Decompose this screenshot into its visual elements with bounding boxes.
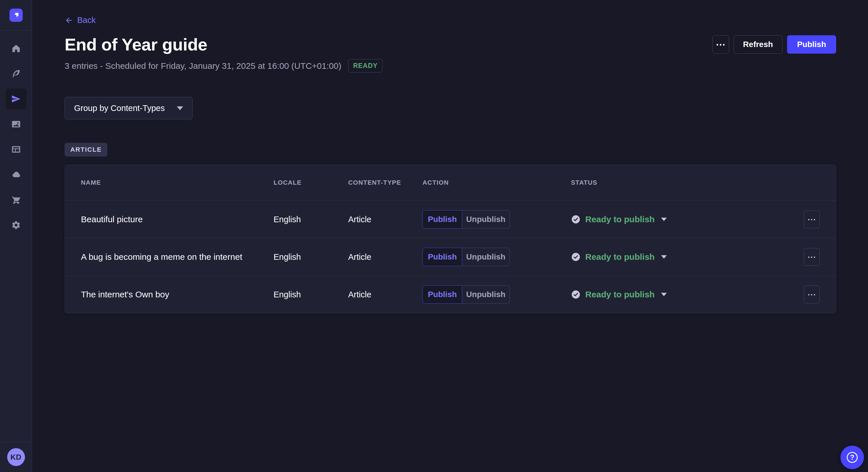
status-dropdown[interactable]: Ready to publish (571, 290, 803, 299)
status-dropdown[interactable]: Ready to publish (571, 252, 803, 262)
page-title: End of Year guide (65, 35, 207, 55)
publish-option-button[interactable]: Publish (423, 248, 462, 266)
entry-name: The internet's Own boy (81, 290, 274, 299)
strapi-logo[interactable] (9, 9, 23, 22)
entry-locale: English (274, 252, 348, 262)
back-label: Back (77, 15, 96, 25)
entry-name: Beautiful picture (81, 214, 274, 224)
chevron-down-icon (661, 293, 667, 296)
sidebar-item-content-manager[interactable] (6, 63, 26, 84)
media-icon (11, 119, 21, 129)
chevron-down-icon (661, 217, 667, 221)
feather-icon (11, 69, 21, 78)
table-row: A bug is becoming a meme on the internet… (65, 238, 836, 276)
more-actions-button[interactable]: ⋯ (712, 35, 729, 54)
sidebar-item-cloud[interactable] (6, 164, 26, 185)
status-label: Ready to publish (585, 214, 655, 224)
unpublish-option-button[interactable]: Unpublish (462, 248, 510, 266)
action-toggle: Publish Unpublish (423, 210, 571, 229)
group-by-dropdown[interactable]: Group by Content-Types (65, 97, 193, 119)
row-more-button[interactable]: ⋯ (804, 210, 820, 228)
status-dropdown[interactable]: Ready to publish (571, 214, 803, 224)
sidebar-nav (0, 38, 32, 235)
status-label: Ready to publish (585, 252, 655, 262)
table-row: Beautiful picture English Article Publis… (65, 200, 836, 238)
subtitle-row: 3 entries - Scheduled for Friday, Januar… (65, 59, 836, 72)
sidebar-item-content-type-builder[interactable] (6, 139, 26, 160)
ready-status-badge: READY (348, 59, 383, 72)
entry-content-type: Article (348, 215, 423, 224)
table-row: The internet's Own boy English Article P… (65, 276, 836, 313)
table-header: NAME LOCALE CONTENT-TYPE ACTION STATUS (65, 165, 836, 200)
question-circle-icon: ? (847, 452, 858, 463)
publish-option-button[interactable]: Publish (423, 210, 462, 229)
layout-icon (11, 144, 21, 154)
sidebar-item-settings[interactable] (6, 215, 26, 235)
unpublish-option-button[interactable]: Unpublish (462, 285, 510, 304)
release-subtitle: 3 entries - Scheduled for Friday, Januar… (65, 61, 341, 71)
header-row: End of Year guide ⋯ Refresh Publish (65, 35, 836, 55)
back-link[interactable]: Back (65, 15, 96, 25)
paper-plane-icon (11, 94, 21, 104)
gear-icon (11, 220, 21, 230)
refresh-button[interactable]: Refresh (734, 35, 782, 54)
sidebar-footer: KD (0, 442, 32, 472)
publish-option-button[interactable]: Publish (423, 285, 462, 304)
unpublish-option-button[interactable]: Unpublish (462, 210, 510, 229)
sidebar: KD (0, 0, 32, 472)
cloud-icon (11, 170, 21, 179)
check-circle-icon (571, 214, 581, 224)
column-header-name: NAME (81, 179, 274, 187)
main-content: Back End of Year guide ⋯ Refresh Publish… (32, 0, 868, 313)
chevron-down-icon (177, 106, 183, 110)
avatar[interactable]: KD (7, 448, 25, 466)
entry-content-type: Article (348, 290, 423, 299)
column-header-locale: LOCALE (274, 179, 348, 187)
entries-table: NAME LOCALE CONTENT-TYPE ACTION STATUS B… (65, 165, 836, 313)
column-header-content-type: CONTENT-TYPE (348, 179, 423, 187)
check-circle-icon (571, 252, 581, 262)
home-icon (11, 43, 21, 53)
cart-icon (11, 195, 21, 205)
entry-name: A bug is becoming a meme on the internet (81, 252, 274, 262)
sidebar-item-media-library[interactable] (6, 114, 26, 134)
entry-content-type: Article (348, 252, 423, 262)
sidebar-item-releases[interactable] (6, 89, 26, 109)
check-circle-icon (571, 290, 581, 299)
sidebar-header (0, 0, 32, 31)
group-by-label: Group by Content-Types (74, 103, 165, 113)
action-toggle: Publish Unpublish (423, 248, 571, 266)
content-type-group-badge: ARTICLE (65, 143, 107, 157)
row-more-button[interactable]: ⋯ (804, 285, 820, 303)
sidebar-item-marketplace[interactable] (6, 190, 26, 210)
entry-locale: English (274, 215, 348, 224)
column-header-status: STATUS (571, 179, 803, 187)
chevron-down-icon (661, 255, 667, 259)
row-more-button[interactable]: ⋯ (804, 248, 820, 266)
groupby-row: Group by Content-Types (65, 97, 836, 119)
help-button[interactable]: ? (840, 446, 864, 469)
arrow-left-icon (65, 16, 73, 25)
publish-release-button[interactable]: Publish (787, 35, 836, 54)
action-toggle: Publish Unpublish (423, 285, 571, 304)
header-actions: ⋯ Refresh Publish (712, 35, 836, 54)
column-header-action: ACTION (423, 179, 571, 187)
status-label: Ready to publish (585, 290, 655, 299)
entry-locale: English (274, 290, 348, 299)
sidebar-item-home[interactable] (6, 38, 26, 59)
